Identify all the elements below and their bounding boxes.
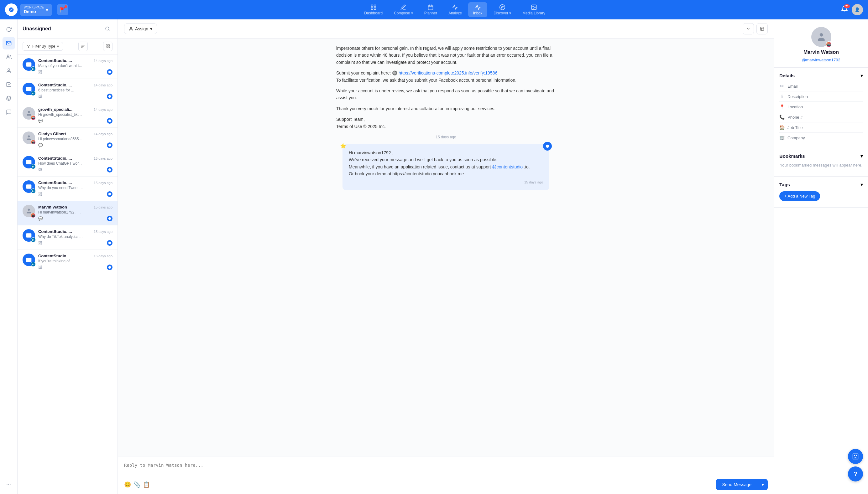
svg-rect-38 [760, 27, 764, 31]
chat-bot-button[interactable] [848, 449, 863, 464]
sidebar-inbox-btn[interactable] [2, 37, 15, 50]
send-options-button[interactable]: ▾ [758, 479, 768, 490]
conversation-time: 14 days ago [94, 132, 112, 136]
note-icon[interactable]: 📋 [143, 481, 150, 488]
location-label: Location [788, 104, 803, 109]
avatar: 📷 [22, 132, 35, 144]
message-text: impersonate others for personal gain. In… [336, 45, 556, 130]
conversation-body: ContentStudio.i... 14 days ago 6 best pr… [38, 83, 112, 99]
list-item[interactable]: in ContentStudio.i... 14 days ago 6 best… [18, 79, 117, 103]
company-field: 🏢 Company [779, 133, 863, 143]
nav-item-inbox[interactable]: Inbox [468, 2, 487, 17]
list-item[interactable]: 📷 Gladys Gilbert 14 days ago Hi princess… [18, 128, 117, 152]
nav-center: Dashboard Compose ▾ Planner Analyze Inbo… [359, 2, 550, 17]
sidebar-more-btn[interactable]: ··· [2, 478, 15, 490]
collapse-btn[interactable] [743, 23, 754, 34]
assign-chevron-icon: ▾ [150, 26, 152, 31]
user-avatar[interactable]: 👤 [852, 4, 863, 15]
type-icon: 🖼 [38, 70, 42, 74]
contact-handle[interactable]: @marvinwatson1792 [802, 58, 840, 62]
sidebar-checklist-btn[interactable] [2, 78, 15, 91]
cs-badge [107, 265, 112, 270]
svg-rect-22 [108, 45, 109, 46]
sidebar-refresh-btn[interactable] [2, 23, 15, 36]
svg-rect-1 [374, 5, 376, 7]
attachment-icon[interactable]: 📎 [133, 481, 140, 488]
conversation-search-btn[interactable] [103, 24, 112, 34]
filter-by-type-btn[interactable]: Filter By Type ▾ [22, 42, 63, 51]
star-icon: ⭐ [340, 142, 346, 150]
svg-rect-21 [106, 45, 108, 46]
svg-point-26 [108, 95, 111, 98]
type-icon: 🖼 [38, 241, 42, 245]
conversation-time: 16 days ago [94, 254, 112, 258]
notifications-count: 71 [844, 4, 850, 8]
bookmarks-chevron-icon: ▾ [861, 153, 863, 159]
conversation-body: growth_speciali... 14 days ago Hi growth… [38, 107, 112, 124]
tags-section-header[interactable]: Tags ▾ [779, 182, 863, 188]
avatar: in [22, 156, 35, 168]
bookmarks-section: Bookmarks ▾ Your bookmarked messages wil… [774, 148, 868, 176]
send-message-button[interactable]: Send Message [716, 479, 758, 490]
sidebar-user-btn[interactable] [2, 64, 15, 77]
add-tag-button[interactable]: + Add a New Tag [779, 191, 820, 201]
details-section-header[interactable]: Details ▾ [779, 73, 863, 79]
emoji-icon[interactable]: 😊 [124, 481, 131, 488]
company-label: Company [788, 136, 805, 140]
list-item[interactable]: in ContentStudio.i... 14 days ago Many o… [18, 55, 117, 79]
app-logo[interactable] [5, 3, 18, 16]
location-field: 📍 Location [779, 102, 863, 112]
svg-point-42 [819, 33, 823, 37]
sort-btn[interactable] [78, 42, 88, 51]
message-timestamp: 15 days ago [124, 135, 768, 139]
help-button[interactable]: ? [848, 467, 863, 481]
nav-item-compose[interactable]: Compose ▾ [389, 2, 418, 17]
layout-btn[interactable] [757, 23, 768, 34]
list-item[interactable]: 📷 Marvin Watson 15 days ago Hi marvinwat… [18, 201, 117, 225]
cs-badge [107, 216, 112, 221]
chat-messages: impersonate others for personal gain. In… [118, 38, 774, 456]
select-all-btn[interactable] [103, 42, 112, 51]
type-icon: 🖼 [38, 192, 42, 196]
svg-point-30 [108, 144, 111, 147]
svg-point-37 [130, 27, 132, 29]
assign-label: Assign [135, 26, 148, 31]
list-item[interactable]: in ContentStudio.i... 15 days ago Why do… [18, 176, 117, 201]
avatar: in [22, 229, 35, 242]
sidebar-layers-btn[interactable] [2, 92, 15, 104]
bookmarks-section-header[interactable]: Bookmarks ▾ [779, 153, 863, 159]
sidebar-users-btn[interactable] [2, 51, 15, 63]
list-item[interactable]: in ContentStudio.i... 15 days ago How do… [18, 152, 117, 176]
nav-item-planner[interactable]: Planner [419, 2, 442, 17]
description-label: Description [788, 94, 808, 99]
avatar: in [22, 180, 35, 193]
sidebar-chat-btn[interactable] [2, 106, 15, 118]
svg-rect-23 [106, 46, 108, 48]
cs-badge [107, 142, 112, 148]
flag-button[interactable]: 🚩 [57, 4, 68, 15]
nav-item-dashboard[interactable]: Dashboard [359, 2, 387, 17]
conversation-name: Marvin Watson [38, 205, 67, 209]
list-item[interactable]: in ContentStudio.i... 15 days ago Why do… [18, 225, 117, 250]
workspace-selector[interactable]: WORKSPACE Demo ▾ [20, 4, 52, 16]
reply-input[interactable] [124, 460, 768, 475]
assign-button[interactable]: Assign ▾ [124, 23, 157, 34]
chat-toolbar: 😊 📎 📋 Send Message ▾ [124, 479, 768, 490]
notifications-bell[interactable]: 71 [841, 6, 848, 14]
svg-point-44 [854, 455, 855, 456]
svg-rect-0 [371, 5, 373, 7]
conversation-preview: If you're thinking of ... [38, 259, 112, 263]
conversation-body: ContentStudio.i... 15 days ago Why do Ti… [38, 229, 112, 246]
list-item[interactable]: in ContentStudio.i... 16 days ago If you… [18, 250, 117, 274]
nav-item-discover[interactable]: Discover ▾ [489, 2, 516, 17]
list-item[interactable]: 📷 growth_speciali... 14 days ago Hi grow… [18, 103, 117, 128]
nav-item-media-library[interactable]: Media Library [517, 2, 550, 17]
nav-item-analyze[interactable]: Analyze [444, 2, 467, 17]
filter-chevron: ▾ [57, 44, 59, 49]
help-icon: ? [854, 471, 857, 477]
platform-badge: in [31, 262, 36, 267]
platform-badge: in [31, 188, 36, 193]
conversation-body: Gladys Gilbert 14 days ago Hi princessma… [38, 132, 112, 148]
conversation-name: ContentStudio.i... [38, 58, 72, 63]
cs-badge [107, 69, 112, 75]
